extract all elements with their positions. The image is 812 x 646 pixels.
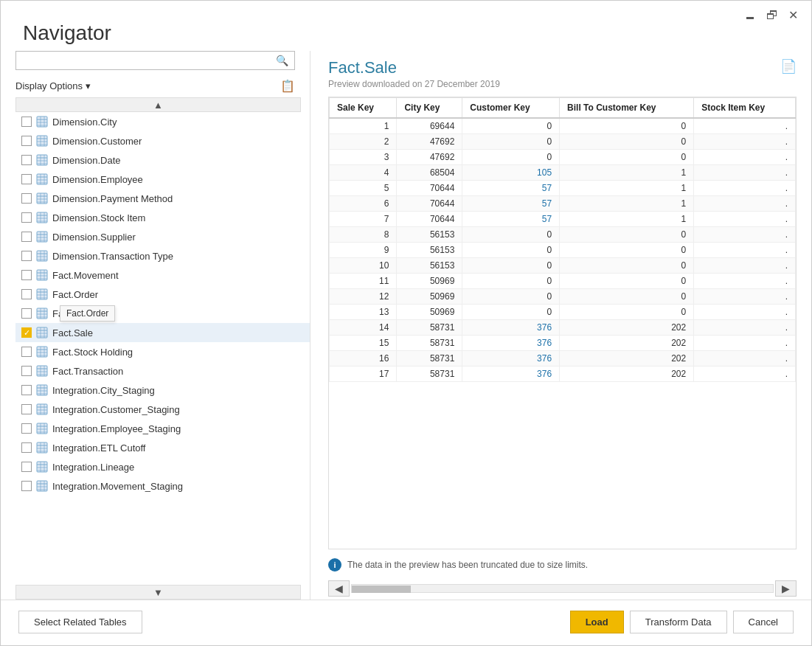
- table-icon: [36, 403, 48, 415]
- table-cell: 376: [462, 351, 560, 367]
- table-header: City Key: [397, 98, 462, 119]
- select-related-button[interactable]: Select Related Tables: [18, 611, 142, 633]
- table-cell: 202: [560, 351, 694, 367]
- tree-item-checkbox[interactable]: [21, 232, 32, 242]
- scroll-left-arrow[interactable]: ◀: [328, 580, 350, 597]
- table-cell: 58731: [397, 367, 462, 382]
- table-cell: 58731: [397, 351, 462, 367]
- display-options-row: Display Options ▾ 📋: [15, 76, 310, 97]
- table-row: 570644571.: [330, 181, 796, 196]
- table-cell: 11: [330, 274, 397, 289]
- table-cell: 0: [560, 289, 694, 305]
- tree-item[interactable]: Fact.Movement: [15, 265, 310, 285]
- table-row: 105615300.: [330, 258, 796, 274]
- table-cell: 50969: [397, 274, 462, 289]
- transform-button[interactable]: Transform Data: [630, 611, 727, 633]
- tooltip-popup: Fact.Order: [60, 305, 115, 322]
- tree-item[interactable]: ✓ Fact.Sale: [15, 323, 310, 342]
- tree-item-checkbox[interactable]: ✓: [21, 327, 32, 338]
- horizontal-scrollbar[interactable]: ◀ ▶: [328, 577, 797, 600]
- tree-item[interactable]: Fact.Stock Holding: [15, 342, 310, 361]
- search-input[interactable]: [22, 55, 276, 66]
- display-options-button[interactable]: Display Options ▾: [15, 80, 91, 91]
- tree-item[interactable]: Dimension.Supplier: [15, 227, 310, 246]
- table-cell: 1: [560, 212, 694, 227]
- right-panel: Fact.Sale Preview downloaded on 27 Decem…: [310, 51, 811, 600]
- tree-item[interactable]: Integration.Movement_Staging: [15, 476, 310, 496]
- table-cell: 17: [330, 367, 397, 382]
- minimize-button[interactable]: 🗕: [740, 7, 760, 24]
- tree-item-label: Dimension.Payment Method: [52, 193, 173, 204]
- search-icon: 🔍: [276, 55, 288, 66]
- tree-item-checkbox[interactable]: [21, 481, 32, 491]
- tree-item-checkbox[interactable]: [21, 423, 32, 434]
- table-cell: 0: [462, 289, 560, 305]
- tree-item[interactable]: Integration.City_Staging: [15, 381, 310, 400]
- tree-item[interactable]: Dimension.Payment Method: [15, 189, 310, 208]
- table-row: 115096900.: [330, 274, 796, 289]
- close-button[interactable]: ✕: [784, 7, 802, 24]
- table-cell: 0: [560, 305, 694, 320]
- scroll-right-arrow[interactable]: ▶: [775, 580, 797, 597]
- tree-item[interactable]: Dimension.Stock Item: [15, 208, 310, 227]
- scroll-down-button[interactable]: ▼: [15, 585, 301, 600]
- table-cell: .: [694, 118, 796, 134]
- tree-item-checkbox[interactable]: [21, 193, 32, 204]
- data-table: Sale KeyCity KeyCustomer KeyBill To Cust…: [329, 97, 796, 382]
- tree-item[interactable]: Fact.Transaction: [15, 361, 310, 381]
- tree-item-checkbox[interactable]: [21, 462, 32, 472]
- table-icon: [36, 461, 48, 473]
- tree-item[interactable]: Integration.Customer_Staging: [15, 400, 310, 419]
- export-icon[interactable]: 📋: [280, 79, 295, 93]
- tree-item[interactable]: Integration.Lineage: [15, 457, 310, 476]
- tree-item-checkbox[interactable]: [21, 251, 32, 261]
- load-button[interactable]: Load: [570, 611, 624, 633]
- tree-item-label: Integration.Movement_Staging: [52, 481, 183, 492]
- tree-item-label: Dimension.Stock Item: [52, 212, 145, 223]
- table-cell: 47692: [397, 134, 462, 150]
- tree-item-label: Integration.Lineage: [52, 462, 134, 473]
- table-row: 1658731376202.: [330, 351, 796, 367]
- tree-item-checkbox[interactable]: [21, 308, 32, 319]
- scroll-thumb[interactable]: [352, 586, 411, 593]
- tree-item[interactable]: Dimension.Date: [15, 150, 310, 170]
- tree-item-label: Integration.ETL Cutoff: [52, 442, 145, 454]
- tree-item-checkbox[interactable]: [21, 155, 32, 165]
- tree-item-checkbox[interactable]: [21, 289, 32, 299]
- preview-export-icon[interactable]: 📄: [780, 58, 797, 74]
- tree-item[interactable]: Dimension.Employee: [15, 170, 310, 189]
- tree-item[interactable]: Dimension.City: [15, 112, 310, 131]
- tree-item-checkbox[interactable]: [21, 404, 32, 414]
- table-cell: .: [694, 212, 796, 227]
- table-cell: 0: [462, 118, 560, 134]
- table-cell: .: [694, 351, 796, 367]
- table-cell: .: [694, 134, 796, 150]
- data-table-container[interactable]: Sale KeyCity KeyCustomer KeyBill To Cust…: [328, 97, 797, 549]
- tree-item-checkbox[interactable]: [21, 212, 32, 223]
- tree-item-checkbox[interactable]: [21, 366, 32, 376]
- tree-item[interactable]: Integration.ETL Cutoff: [15, 438, 310, 457]
- tree-item-checkbox[interactable]: [21, 174, 32, 184]
- scroll-track[interactable]: [351, 584, 774, 593]
- tree-item[interactable]: Integration.Employee_Staging: [15, 419, 310, 438]
- tree-item-checkbox[interactable]: [21, 117, 32, 127]
- table-cell: 0: [560, 243, 694, 258]
- tree-item[interactable]: Fact.OrderFact.Order: [15, 285, 310, 304]
- table-cell: .: [694, 305, 796, 320]
- tree-item[interactable]: Dimension.Customer: [15, 131, 310, 150]
- table-cell: .: [694, 181, 796, 196]
- table-header: Sale Key: [330, 98, 397, 119]
- tree-item-label: Integration.Employee_Staging: [52, 423, 181, 434]
- tree-item-checkbox[interactable]: [21, 442, 32, 453]
- tree-item-checkbox[interactable]: [21, 385, 32, 395]
- table-icon: [36, 212, 48, 223]
- tree-item-checkbox[interactable]: [21, 136, 32, 146]
- tree-item-checkbox[interactable]: [21, 347, 32, 357]
- table-cell: 70644: [397, 196, 462, 212]
- cancel-button[interactable]: Cancel: [733, 611, 794, 633]
- tree-item[interactable]: Dimension.Transaction Type: [15, 246, 310, 265]
- table-cell: 202: [560, 367, 694, 382]
- scroll-up-button[interactable]: ▲: [15, 97, 301, 112]
- restore-button[interactable]: 🗗: [762, 7, 782, 24]
- tree-item-checkbox[interactable]: [21, 270, 32, 280]
